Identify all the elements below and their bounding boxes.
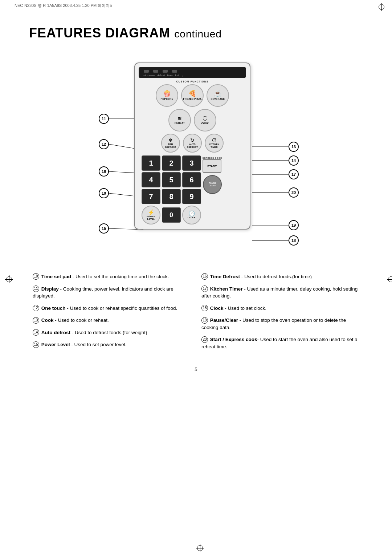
- callout-19: 19: [289, 220, 299, 230]
- power-level-button[interactable]: ⚡ POWER LEVEL: [142, 206, 160, 224]
- display-screen: microwave defrost timer lock g: [139, 67, 246, 78]
- num-7-button[interactable]: 7: [142, 189, 160, 204]
- callout-12: 12: [99, 139, 109, 149]
- callout-13: 13: [289, 142, 299, 152]
- page-title: FEATURES DIAGRAM continued: [29, 25, 363, 41]
- btn-row-2: ≋ REHEAT ⬡ COOK: [139, 109, 246, 131]
- desc-item-13: 13 Cook - Used to cook or reheat.: [33, 317, 191, 324]
- express-cook-label: EXPRESS COOK: [203, 157, 222, 159]
- callout-17: 17: [289, 169, 299, 179]
- diagram-section: 11 12 16 10 15 13 14 17 20 19 18: [29, 52, 363, 262]
- desc-item-11: 11 Display - Cooking time, power level, …: [33, 285, 191, 300]
- desc-item-19: 19 Pause/Clear - Used to stop the oven o…: [201, 317, 359, 331]
- popcorn-button[interactable]: 🍿 POPCORN: [156, 84, 178, 107]
- btn-row-3: ❄ TIME DEFROST ↻ AUTO DEFROST ⏱ KITCHEN …: [139, 134, 246, 153]
- clock-button[interactable]: 🕐 CLOCK: [182, 206, 201, 224]
- callout-10: 10: [99, 188, 109, 198]
- auto-defrost-button[interactable]: ↻ AUTO DEFROST: [183, 134, 202, 153]
- page-number: 5: [29, 366, 363, 372]
- keypad-and-controls: 1 2 3 4 5 6 7 8: [139, 155, 246, 224]
- display-indicators: [142, 70, 242, 73]
- custom-functions-label: CUSTOM FUNCTIONS: [139, 80, 246, 83]
- num-9-button[interactable]: 9: [182, 189, 201, 204]
- descriptions-right: 16 Time Defrost - Used to defrost foods.…: [201, 273, 359, 356]
- callout-18: 18: [289, 235, 299, 246]
- watermark: NEC-N230S-영 R-1A5A9S 2003.4.25 1:20 PM 페…: [15, 3, 112, 8]
- num-4-button[interactable]: 4: [142, 172, 160, 187]
- callout-14: 14: [289, 155, 299, 166]
- desc-item-20: 20 Start / Express cook- Used to start t…: [201, 336, 359, 350]
- frozen-pizza-button[interactable]: 🍕 FROZEN PIZZA: [181, 84, 204, 107]
- keypad-row-1: 1 2 3: [140, 155, 201, 171]
- descriptions-left: 10 Time set pad - Used to set the cookin…: [33, 273, 191, 356]
- num-3-button[interactable]: 3: [182, 155, 201, 171]
- display-label-row: microwave defrost timer lock g: [142, 74, 242, 77]
- indicator-1: [144, 70, 149, 73]
- start-button[interactable]: START: [203, 159, 221, 173]
- callout-11: 11: [99, 114, 109, 124]
- diagram-wrapper: 11 12 16 10 15 13 14 17 20 19 18: [69, 52, 323, 262]
- keypad-row-3: 7 8 9: [140, 189, 201, 204]
- indicator-4: [172, 70, 177, 73]
- desc-item-14: 14 Auto defrost - Used to defrost foods.…: [33, 329, 191, 336]
- indicator-3: [163, 70, 168, 73]
- descriptions-section: 10 Time set pad - Used to set the cookin…: [29, 273, 363, 356]
- microwave-panel: microwave defrost timer lock g CUSTOM FU…: [134, 62, 250, 230]
- desc-item-18: 18 Clock - Used to set clock.: [201, 305, 359, 312]
- beverage-button[interactable]: ☕ BEVERAGE: [207, 84, 229, 107]
- num-5-button[interactable]: 5: [162, 172, 181, 187]
- num-0-button[interactable]: 0: [162, 207, 181, 223]
- desc-item-10: 10 Time set pad - Used to set the cookin…: [33, 273, 191, 280]
- callout-15: 15: [99, 223, 109, 234]
- desc-item-15: 15 Power Level - Used to set power level…: [33, 341, 191, 348]
- num-6-button[interactable]: 6: [182, 172, 201, 187]
- keypad: 1 2 3 4 5 6 7 8: [140, 155, 201, 224]
- callout-20: 20: [289, 187, 299, 198]
- time-defrost-button[interactable]: ❄ TIME DEFROST: [161, 134, 180, 153]
- express-cook-label-wrapper: EXPRESS COOK START: [203, 157, 222, 173]
- callout-16: 16: [99, 166, 109, 177]
- pause-clear-button[interactable]: PAUSE CLEAR: [203, 175, 222, 194]
- cook-button[interactable]: ⬡ COOK: [194, 109, 216, 131]
- start-pause-column: EXPRESS COOK START PAUSE CLEAR: [203, 155, 222, 224]
- desc-item-16: 16 Time Defrost - Used to defrost foods.…: [201, 273, 359, 280]
- keypad-bottom-row: ⚡ POWER LEVEL 0 🕐 CLOCK: [140, 206, 201, 224]
- reheat-button[interactable]: ≋ REHEAT: [168, 109, 191, 131]
- keypad-row-2: 4 5 6: [140, 172, 201, 187]
- num-8-button[interactable]: 8: [162, 189, 181, 204]
- btn-row-1: 🍿 POPCORN 🍕 FROZEN PIZZA ☕ BEVERAGE: [139, 84, 246, 107]
- num-1-button[interactable]: 1: [142, 155, 160, 171]
- desc-item-12: 12 One touch - Used to cook or reheat sp…: [33, 305, 191, 312]
- indicator-2: [153, 70, 158, 73]
- num-2-button[interactable]: 2: [162, 155, 181, 171]
- desc-item-17: 17 Kitchen Timer - Used as a minute time…: [201, 285, 359, 300]
- kitchen-timer-button[interactable]: ⏱ KITCHEN TIMER: [205, 134, 224, 153]
